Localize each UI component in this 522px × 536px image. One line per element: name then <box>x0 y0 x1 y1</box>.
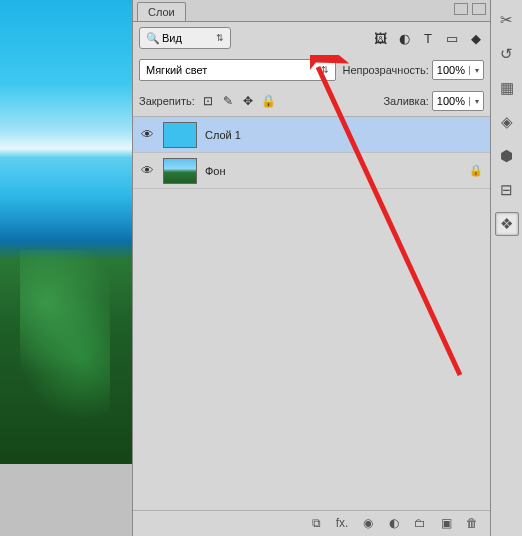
new-group-icon[interactable]: 🗀 <box>412 516 428 532</box>
fill-input[interactable]: 100% ▾ <box>432 91 484 111</box>
lock-brush-icon[interactable]: ✎ <box>221 94 235 108</box>
lock-transparency-icon[interactable]: ⊡ <box>201 94 215 108</box>
search-icon: 🔍 <box>146 32 158 45</box>
visibility-toggle[interactable]: 👁 <box>139 163 155 178</box>
tool-3d-icon[interactable]: ◈ <box>495 110 519 134</box>
tool-swatches-icon[interactable]: ⬢ <box>495 144 519 168</box>
opacity-input[interactable]: 100% ▾ <box>432 60 484 80</box>
layer-fx-icon[interactable]: fx. <box>334 516 350 532</box>
filter-type-icon[interactable]: T <box>420 30 436 46</box>
layer-thumbnail[interactable] <box>163 122 197 148</box>
tool-paths-icon[interactable]: ⊟ <box>495 178 519 202</box>
panel-tabbar: Слои <box>133 0 490 22</box>
fill-label: Заливка: <box>383 95 428 107</box>
tab-layers[interactable]: Слои <box>137 2 186 21</box>
lock-row: Закрепить: ⊡ ✎ ✥ 🔒 Заливка: 100% ▾ <box>133 86 490 117</box>
tool-navigator-icon[interactable]: ▦ <box>495 76 519 100</box>
lock-icon: 🔒 <box>468 164 484 177</box>
lock-position-icon[interactable]: ✥ <box>241 94 255 108</box>
link-layers-icon[interactable]: ⧉ <box>308 516 324 532</box>
layer-row[interactable]: 👁 Фон 🔒 <box>133 153 490 189</box>
blend-mode-value: Мягкий свет <box>146 64 207 76</box>
filter-label: Вид <box>162 32 182 44</box>
layer-name[interactable]: Фон <box>205 165 460 177</box>
lock-label: Закрепить: <box>139 95 195 107</box>
new-adjustment-icon[interactable]: ◐ <box>386 516 402 532</box>
tool-properties-icon[interactable]: ✂ <box>495 8 519 32</box>
opacity-value: 100% <box>433 64 469 76</box>
panel-menu-icon[interactable] <box>472 3 486 15</box>
canvas-area <box>0 0 132 536</box>
chevron-updown-icon: ⇅ <box>216 33 224 43</box>
panel-footer: ⧉ fx. ◉ ◐ 🗀 ▣ 🗑 <box>133 510 490 536</box>
filter-smart-icon[interactable]: ◆ <box>468 30 484 46</box>
layers-panel: Слои 🔍 Вид ⇅ 🖼 ◐ T ▭ ◆ Мягкий свет ⇅ Неп… <box>132 0 490 536</box>
filter-adjust-icon[interactable]: ◐ <box>396 30 412 46</box>
layer-thumbnail[interactable] <box>163 158 197 184</box>
tool-history-icon[interactable]: ↺ <box>495 42 519 66</box>
new-layer-icon[interactable]: ▣ <box>438 516 454 532</box>
layer-name[interactable]: Слой 1 <box>205 129 484 141</box>
layer-row[interactable]: 👁 Слой 1 <box>133 117 490 153</box>
panel-collapse-icon[interactable] <box>454 3 468 15</box>
fill-value: 100% <box>433 95 469 107</box>
filter-shape-icon[interactable]: ▭ <box>444 30 460 46</box>
side-toolbar: ✂ ↺ ▦ ◈ ⬢ ⊟ ❖ <box>490 0 522 536</box>
layers-list: 👁 Слой 1 👁 Фон 🔒 <box>133 117 490 510</box>
chevron-down-icon: ▾ <box>469 66 483 75</box>
blend-mode-select[interactable]: Мягкий свет ⇅ <box>139 59 336 81</box>
add-mask-icon[interactable]: ◉ <box>360 516 376 532</box>
delete-layer-icon[interactable]: 🗑 <box>464 516 480 532</box>
filter-row: 🔍 Вид ⇅ 🖼 ◐ T ▭ ◆ <box>133 22 490 54</box>
chevron-down-icon: ▾ <box>469 97 483 106</box>
chevron-updown-icon: ⇅ <box>321 65 329 75</box>
tool-layers-icon[interactable]: ❖ <box>495 212 519 236</box>
lock-all-icon[interactable]: 🔒 <box>261 94 275 108</box>
blend-row: Мягкий свет ⇅ Непрозрачность: 100% ▾ <box>133 54 490 86</box>
visibility-toggle[interactable]: 👁 <box>139 127 155 142</box>
canvas-image[interactable] <box>0 0 132 464</box>
filter-pixel-icon[interactable]: 🖼 <box>372 30 388 46</box>
layer-filter-select[interactable]: 🔍 Вид ⇅ <box>139 27 231 49</box>
opacity-label: Непрозрачность: <box>342 64 428 76</box>
